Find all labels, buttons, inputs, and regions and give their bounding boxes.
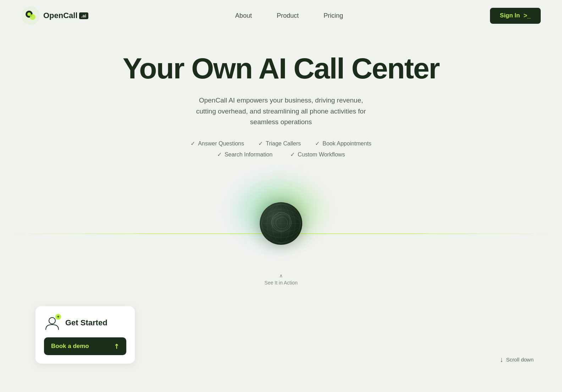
plus-badge: + bbox=[55, 314, 61, 320]
feature-answer-questions: ✓ Answer Questions bbox=[191, 140, 244, 147]
orb-section: ∧ See It in Action bbox=[7, 161, 555, 286]
feature-label-2: Triage Callers bbox=[266, 140, 301, 147]
scroll-down-label: Scroll down bbox=[506, 357, 534, 363]
brand-name: OpenCall bbox=[43, 11, 78, 20]
feature-search-info: ✓ Search Information bbox=[217, 151, 272, 158]
see-action[interactable]: ∧ See It in Action bbox=[264, 273, 297, 286]
feature-label-4: Search Information bbox=[225, 151, 272, 158]
hero-section: Your Own AI Call Center OpenCall AI empo… bbox=[0, 31, 562, 286]
scroll-down[interactable]: ↓ Scroll down bbox=[500, 355, 534, 364]
check-icon-3: ✓ bbox=[315, 140, 320, 147]
features-row-1: ✓ Answer Questions ✓ Triage Callers ✓ Bo… bbox=[7, 140, 555, 147]
card-title: Get Started bbox=[65, 318, 108, 327]
svg-point-2 bbox=[30, 14, 35, 20]
logo-icon bbox=[21, 6, 40, 25]
features-row-2: ✓ Search Information ✓ Custom Workflows bbox=[7, 151, 555, 158]
logo[interactable]: OpenCall.ai bbox=[21, 6, 88, 25]
hero-title: Your Own AI Call Center bbox=[7, 53, 555, 84]
book-demo-label: Book a demo bbox=[51, 343, 89, 350]
nav-about[interactable]: About bbox=[235, 12, 252, 19]
nav-links: About Product Pricing bbox=[235, 12, 343, 20]
terminal-icon: >_ bbox=[523, 12, 531, 20]
get-started-card: + Get Started Book a demo ↗ bbox=[35, 306, 135, 364]
feature-label-1: Answer Questions bbox=[198, 140, 244, 147]
svg-point-11 bbox=[49, 318, 55, 324]
check-icon-4: ✓ bbox=[217, 151, 222, 158]
ai-sphere bbox=[260, 202, 302, 245]
check-icon-2: ✓ bbox=[258, 140, 263, 147]
sphere-mesh bbox=[260, 202, 302, 245]
nav-pricing[interactable]: Pricing bbox=[324, 12, 343, 19]
hero-subtitle: OpenCall AI empowers your business, driv… bbox=[189, 95, 373, 127]
brand-badge: .ai bbox=[79, 12, 88, 19]
nav-product[interactable]: Product bbox=[277, 12, 299, 19]
see-action-label: See It in Action bbox=[264, 280, 297, 286]
arrow-icon: ↗ bbox=[112, 342, 121, 351]
feature-triage-callers: ✓ Triage Callers bbox=[258, 140, 301, 147]
feature-label-5: Custom Workflows bbox=[298, 151, 345, 158]
feature-custom-workflows: ✓ Custom Workflows bbox=[290, 151, 345, 158]
chevron-up-icon: ∧ bbox=[279, 273, 283, 278]
user-icon-wrap: + bbox=[44, 315, 60, 331]
card-header: + Get Started bbox=[44, 315, 126, 331]
check-icon-1: ✓ bbox=[191, 140, 195, 147]
signin-button[interactable]: Sign In >_ bbox=[490, 8, 541, 24]
svg-point-3 bbox=[27, 12, 31, 16]
navbar: OpenCall.ai About Product Pricing Sign I… bbox=[0, 0, 562, 31]
book-demo-button[interactable]: Book a demo ↗ bbox=[44, 337, 126, 355]
signin-label: Sign In bbox=[500, 12, 520, 19]
check-icon-5: ✓ bbox=[290, 151, 295, 158]
feature-label-3: Book Appointments bbox=[323, 140, 371, 147]
scroll-down-icon: ↓ bbox=[500, 355, 503, 364]
feature-book-appointments: ✓ Book Appointments bbox=[315, 140, 371, 147]
